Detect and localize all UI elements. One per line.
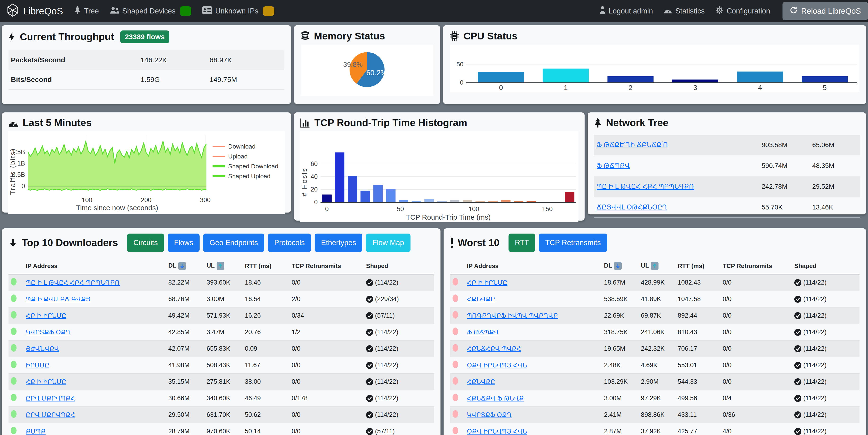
node-link[interactable]: ՃԸՅՎՎԼ ՕԹՀՔՆՕԸՂ — [597, 204, 667, 211]
panel-title: CPU Status — [463, 30, 518, 42]
nav-tree-label: Tree — [84, 7, 99, 15]
status-dot — [11, 410, 17, 418]
rtt-histogram-panel: TCP Round-Trip Time Histogram 0204060050… — [294, 113, 585, 221]
circuit-link[interactable]: ՀՔ Ի ԻՐՆՄԸ — [26, 378, 66, 385]
ul-value: 3.00M — [204, 291, 242, 308]
flow-map-button[interactable]: Flow Map — [366, 234, 410, 252]
circuit-link[interactable]: ՕՔՎ ԻՐՆՎՊՅ ՀՎՆ — [467, 428, 527, 435]
column-header-ul[interactable]: UL — [639, 258, 675, 274]
network-tree-table: Ֆ ԹՃՔԷ՝ՂԻ ՃԲՆՃՔ՛Ո903.58M65.06MՖ ԹՃՊՔՎ590… — [594, 134, 860, 218]
circuit-link[interactable]: ԸՐՎ ՄՔՐՎՊՔՀ — [26, 395, 75, 402]
network-tree-panel: Network Tree Ֆ ԹՃՔԷ՝ՂԻ ՃԲՆՃՔ՛Ո903.58M65.… — [588, 113, 866, 214]
circuit-link[interactable]: ՀՔ Ի ԻՐՆՄԸ — [26, 312, 66, 319]
retransmits-value: 0/0 — [289, 407, 364, 423]
rtt-value: 544.33 — [675, 374, 720, 390]
rtt-value: 0.09 — [243, 341, 289, 357]
circle-check-icon — [366, 378, 373, 385]
circuit-link[interactable]: ՊՔ Ի ՔՎՄ ԲՃ ԳՎՔՅ — [26, 296, 90, 303]
rtt-value: 46.49 — [243, 390, 289, 407]
rtt-value: 706.17 — [675, 341, 720, 357]
circuit-link[interactable]: ՕՔՎ ԻՐՆՎՊՅ ՀՎՆ — [467, 362, 527, 369]
node-link[interactable]: ՊԸ Ի Լ ԹՎԸՀ ՀՔՀ ՊԲՊՆԳՔՌ — [597, 183, 694, 190]
table-row: ՀՔ Ի ԻՐՆՄԸ18.67M428.99K1082.430/0(114/22… — [450, 274, 860, 291]
protocols-button[interactable]: Protocols — [268, 234, 311, 252]
rtt-value: 18.46 — [243, 274, 289, 291]
svg-text:20: 20 — [311, 186, 318, 193]
status-dot — [453, 311, 458, 318]
svg-text:100: 100 — [82, 196, 92, 204]
table-row: ԸՐՎ ՄՔՐՎՊՔՀ30.66M340.60K46.490/178(114/2… — [8, 390, 434, 407]
status-dot — [11, 377, 17, 385]
table-row: ԻՐՄՄԸ41.98M508.43K11.670/0(114/22) — [8, 357, 434, 374]
circuit-link[interactable]: ՅԺՎՆՎՔՎ — [26, 345, 59, 352]
nav-statistics[interactable]: Statistics — [664, 6, 705, 16]
retransmits-value: 0/0 — [720, 274, 792, 291]
svg-text:0: 0 — [325, 206, 329, 213]
column-header-ul[interactable]: UL — [204, 258, 242, 274]
circuit-link[interactable]: ԸՐՎ ՄՔՐՎՊՔՀ — [26, 411, 75, 418]
svg-text:TCP Round-Trip Time (ms): TCP Round-Trip Time (ms) — [406, 213, 491, 221]
throughput-row: Bits/Second1.59G149.75M — [8, 70, 284, 90]
shaped-value: (114/22) — [794, 378, 857, 385]
libreqos-logo-icon — [6, 4, 19, 19]
ethertypes-button[interactable]: Ethertypes — [315, 234, 362, 252]
status-dot — [453, 427, 458, 434]
sort-desc-icon[interactable] — [614, 262, 622, 270]
ul-value: 69.87K — [639, 308, 675, 324]
svg-text:Traffic (bits): Traffic (bits) — [9, 148, 17, 195]
circuit-link[interactable]: ՀՔՆՃՔՎ Ֆ ԹՆՎՔ — [467, 395, 524, 402]
circuit-link[interactable]: ՊՌԳՔՂՎՔՖ ԻՎՊՎ ՊՎՔՂՎՔ — [467, 312, 558, 319]
user-icon — [599, 6, 606, 16]
nav-shaped-devices[interactable]: Shaped Devices — [110, 6, 191, 16]
dl-value: 103.29K — [601, 374, 639, 390]
chart-column-icon — [300, 118, 310, 128]
node-link[interactable]: Ֆ ԹՃՔԷ՝ՂԻ ՃԲՆՃՔ՛Ո — [597, 141, 668, 149]
dl-value: 2.48K — [601, 357, 639, 374]
nav-tree[interactable]: Tree — [74, 6, 99, 17]
retransmits-value: 0/0 — [720, 324, 792, 341]
brand[interactable]: LibreQoS — [6, 4, 63, 19]
circuit-link[interactable]: ԿՎՐՏՔՖ ՕՔՂ — [26, 329, 70, 336]
reload-button[interactable]: Reload LibreQoS — [782, 2, 868, 20]
status-dot — [11, 294, 17, 302]
circuit-link[interactable]: ԿՎՐՏՔՖ ՕՔՂ — [467, 411, 512, 418]
geo-endpoints-button[interactable]: Geo Endpoints — [203, 234, 264, 252]
shaped-value: (114/22) — [366, 279, 432, 286]
svg-text:1: 1 — [564, 84, 568, 91]
retransmits-value: 0/34 — [289, 308, 364, 324]
sort-asc-icon[interactable] — [217, 262, 224, 270]
memory-pie-svg: 60.2%39.8% — [301, 44, 433, 95]
column-header-dl[interactable]: DL — [601, 258, 639, 274]
svg-text:4: 4 — [758, 84, 762, 91]
circuit-link[interactable]: ՀՔ Ի ԻՐՆՄԸ — [467, 279, 507, 286]
shaped-value: (114/22) — [366, 345, 432, 352]
circuit-link[interactable]: ՀՔՆՃՀՔՎ ՊՎՔՀ — [467, 345, 521, 352]
sort-asc-icon[interactable] — [651, 262, 658, 270]
nav-configuration[interactable]: Configuration — [715, 6, 770, 16]
svg-text:5: 5 — [823, 84, 827, 91]
flows-button[interactable]: Flows — [168, 234, 199, 252]
node-link[interactable]: Ֆ ԹՃՊՔՎ — [597, 162, 630, 169]
column-header-dl[interactable]: DL — [166, 258, 204, 274]
circuit-link[interactable]: ՊԸ Ի Լ ԹՎԸՀ ՀՔՀ ՊԲՊՆԳՔՌ — [26, 279, 120, 286]
retransmits-value: 0/0 — [720, 374, 792, 390]
rtt-button[interactable]: RTT — [508, 234, 535, 252]
ul-value: 41.89K — [639, 291, 675, 308]
circuit-link[interactable]: ՀՔՆՎՔԸ — [467, 378, 495, 385]
circuit-link[interactable]: ՀՔՆՎՔԸ — [467, 296, 495, 303]
svg-text:Download: Download — [228, 143, 255, 150]
circuit-link[interactable]: Ֆ ԹՃՊՔՎ — [467, 329, 499, 336]
nav-logout[interactable]: Logout admin — [599, 6, 653, 16]
svg-text:40: 40 — [311, 173, 318, 180]
sort-desc-icon[interactable] — [178, 262, 186, 270]
circle-check-icon — [366, 312, 373, 319]
tcp-retransmits-button[interactable]: TCP Retransmits — [539, 234, 607, 252]
circuits-button[interactable]: Circuits — [127, 234, 164, 252]
table-row: ՀՔՆՃՀՔՎ ՊՎՔՀ19.65M242.32K706.170/0(114/2… — [450, 341, 860, 357]
circuit-link[interactable]: ԻՐՄՄԸ — [26, 362, 49, 369]
down-arrow-icon — [8, 238, 18, 248]
nav-unknown-ips[interactable]: Unknown IPs — [202, 6, 274, 16]
circuit-link[interactable]: ՔՄՊՔ — [26, 428, 45, 435]
upload-value: 65.06M — [809, 134, 860, 155]
circle-check-icon — [366, 329, 373, 336]
